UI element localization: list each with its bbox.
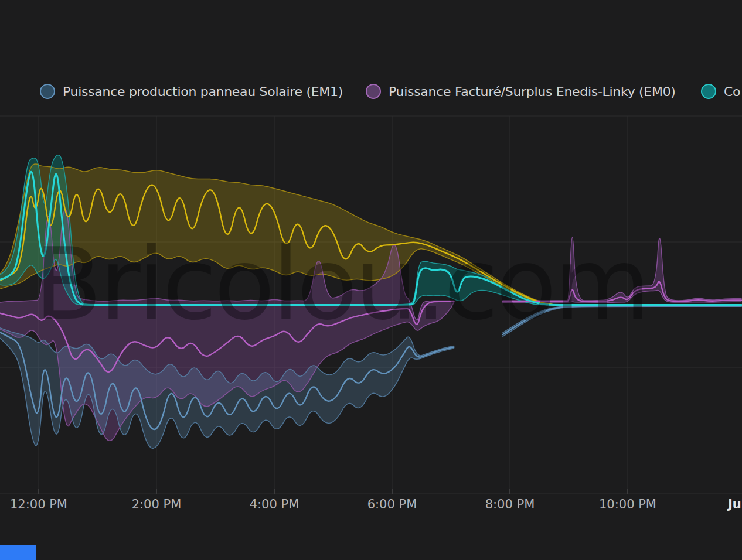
legend-label: Puissance Facturé/Surplus Enedis-Linky (… (389, 84, 676, 99)
solar-blue-band-band (503, 306, 741, 337)
solar-blue-band-mean-line (503, 306, 741, 334)
solar-blue-band-envelope (503, 306, 741, 333)
page: { "page": { "background": "#1c1c1d", "ac… (0, 0, 742, 560)
legend-item-grid-billed-surplus-em0[interactable]: Puissance Facturé/Surplus Enedis-Linky (… (366, 84, 676, 99)
legend-item-consumption-partial[interactable]: Co (701, 84, 740, 99)
legend-label: Puissance production panneau Solaire (EM… (63, 84, 343, 99)
legend-color-dot (366, 84, 381, 99)
legend-color-dot (40, 84, 55, 99)
legend-label: Co (724, 84, 740, 99)
solar-blue-band-envelope (503, 306, 741, 336)
legend-color-dot (701, 84, 716, 99)
bottom-left-accent-bar (0, 545, 36, 560)
legend-item-solar-production-em1[interactable]: Puissance production panneau Solaire (EM… (40, 84, 343, 99)
chart-legend: Puissance production panneau Solaire (EM… (0, 84, 742, 105)
grid-purple-band-envelope (503, 237, 741, 301)
